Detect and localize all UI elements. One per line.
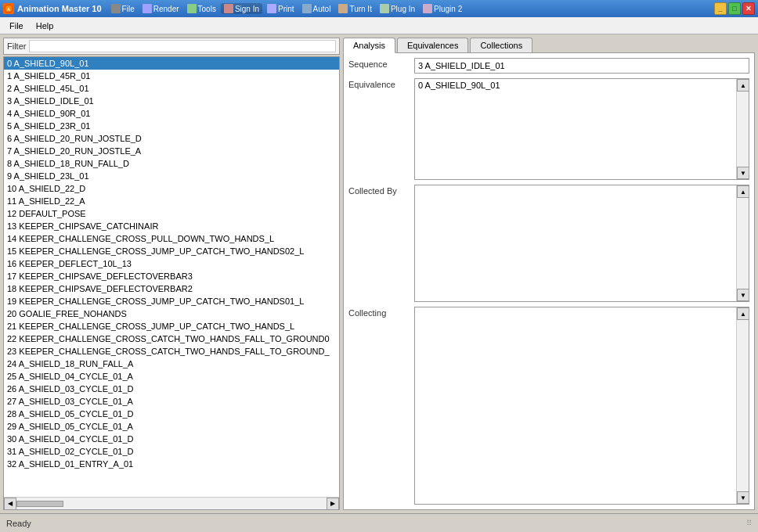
list-item[interactable]: 24 A_SHIELD_18_RUN_FALL_A <box>4 358 339 370</box>
collecting-list[interactable]: ▲ ▼ <box>414 307 749 505</box>
scroll-right-btn[interactable]: ▶ <box>327 498 339 510</box>
list-item[interactable]: 19 KEEPER_CHALLENGE_CROSS_JUMP_UP_CATCH_… <box>4 295 339 307</box>
collected-by-label: Collected By <box>348 185 411 302</box>
scroll-up-btn[interactable]: ▲ <box>737 79 749 92</box>
sequence-label: Sequence <box>348 58 411 69</box>
tab-collections[interactable]: Collections <box>470 38 532 52</box>
scroll-down-btn-2[interactable]: ▼ <box>737 289 749 301</box>
svg-text:A: A <box>7 7 11 12</box>
list-item[interactable]: 0 A_SHIELD_90L_01 <box>4 57 339 70</box>
equivalence-section: Equivalence 0 A_SHIELD_90L_01 ▲ ▼ <box>348 78 749 180</box>
scroll-track <box>737 92 749 167</box>
scroll-up-btn-3[interactable]: ▲ <box>737 307 749 320</box>
list-item[interactable]: 28 A_SHIELD_05_CYCLE_01_D <box>4 408 339 420</box>
equivalence-list[interactable]: 0 A_SHIELD_90L_01 ▲ ▼ <box>414 78 749 180</box>
collected-by-scrollbar: ▲ ▼ <box>736 185 749 301</box>
app-icon: A <box>3 3 14 14</box>
left-panel: Filter 0 A_SHIELD_90L_011 A_SHIELD_45R_0… <box>3 38 340 510</box>
collecting-section: Collecting ▲ ▼ <box>348 307 749 505</box>
window-controls: _ □ ✕ <box>714 2 755 15</box>
list-item[interactable]: 14 KEEPER_CHALLENGE_CROSS_PULL_DOWN_TWO_… <box>4 232 339 245</box>
scroll-down-btn-3[interactable]: ▼ <box>737 491 749 504</box>
equivalence-label: Equivalence <box>348 78 411 180</box>
title-bar-menu: File Render Tools Sign In Print Autol Tu… <box>108 3 714 14</box>
list-item[interactable]: 6 A_SHIELD_20_RUN_JOSTLE_D <box>4 132 339 145</box>
list-item[interactable]: 20 GOALIE_FREE_NOHANDS <box>4 307 339 320</box>
main-container: Filter 0 A_SHIELD_90L_011 A_SHIELD_45R_0… <box>0 34 758 513</box>
scroll-up-btn-2[interactable]: ▲ <box>737 185 749 198</box>
equivalence-scrollbar: ▲ ▼ <box>736 79 749 179</box>
list-item[interactable]: 25 A_SHIELD_04_CYCLE_01_A <box>4 370 339 383</box>
list-item[interactable]: 26 A_SHIELD_03_CYCLE_01_D <box>4 383 339 395</box>
list-item[interactable]: 1 A_SHIELD_45R_01 <box>4 70 339 82</box>
list-item[interactable]: 23 KEEPER_CHALLENGE_CROSS_CATCH_TWO_HAND… <box>4 345 339 358</box>
menu-bar: File Help <box>0 17 758 34</box>
filter-input[interactable] <box>29 40 336 52</box>
list-item[interactable]: 3 A_SHIELD_IDLE_01 <box>4 95 339 107</box>
collecting-scrollbar: ▲ ▼ <box>736 307 749 504</box>
menu-file[interactable]: File <box>3 20 30 32</box>
close-button[interactable]: ✕ <box>742 2 755 15</box>
list-item[interactable]: 7 A_SHIELD_20_RUN_JOSTLE_A <box>4 145 339 157</box>
minimize-button[interactable]: _ <box>714 2 727 15</box>
collected-by-value <box>415 185 749 189</box>
tb-menu-turn[interactable]: Turn It <box>335 3 375 14</box>
list-item[interactable]: 29 A_SHIELD_05_CYCLE_01_A <box>4 420 339 433</box>
list-item[interactable]: 27 A_SHIELD_03_CYCLE_01_A <box>4 395 339 408</box>
tb-menu-plugin2[interactable]: Plugin 2 <box>420 3 465 14</box>
app-title: Animation Master 10 <box>17 4 102 13</box>
tb-menu-print[interactable]: Print <box>264 3 298 14</box>
list-item[interactable]: 17 KEEPER_CHIPSAVE_DEFLECTOVERBAR3 <box>4 270 339 282</box>
tb-menu-tools[interactable]: Tools <box>184 3 219 14</box>
sequence-value: 3 A_SHIELD_IDLE_01 <box>414 58 749 74</box>
resize-handle[interactable]: ⠿ <box>746 519 752 527</box>
tabs-bar: Analysis Equivalences Collections <box>343 38 755 53</box>
sequence-row: Sequence 3 A_SHIELD_IDLE_01 <box>348 58 749 74</box>
equivalence-value: 0 A_SHIELD_90L_01 <box>415 79 749 92</box>
maximize-button[interactable]: □ <box>728 2 741 15</box>
status-text: Ready <box>6 519 31 528</box>
list-item[interactable]: 32 A_SHIELD_01_ENTRY_A_01 <box>4 458 339 470</box>
horizontal-scrollbar[interactable]: ◀ ▶ <box>4 497 339 509</box>
list-item[interactable]: 12 DEFAULT_POSE <box>4 207 339 220</box>
tb-menu-plugin[interactable]: Plug In <box>377 3 418 14</box>
tb-menu-auto[interactable]: Autol <box>299 3 334 14</box>
list-item[interactable]: 16 KEEPER_DEFLECT_10L_13 <box>4 257 339 270</box>
list-item[interactable]: 22 KEEPER_CHALLENGE_CROSS_CATCH_TWO_HAND… <box>4 332 339 345</box>
tab-analysis[interactable]: Analysis <box>343 38 395 53</box>
tb-menu-signin[interactable]: Sign In <box>221 3 262 14</box>
right-panel: Analysis Equivalences Collections Sequen… <box>343 38 755 510</box>
scroll-down-btn[interactable]: ▼ <box>737 167 749 179</box>
animation-list-scroll[interactable]: 0 A_SHIELD_90L_011 A_SHIELD_45R_012 A_SH… <box>4 57 339 497</box>
tb-menu-render[interactable]: Render <box>139 3 182 14</box>
animation-list: 0 A_SHIELD_90L_011 A_SHIELD_45R_012 A_SH… <box>3 56 340 510</box>
list-item[interactable]: 30 A_SHIELD_04_CYCLE_01_D <box>4 433 339 445</box>
filter-label: Filter <box>7 41 26 51</box>
collected-by-list[interactable]: ▲ ▼ <box>414 185 749 302</box>
list-item[interactable]: 10 A_SHIELD_22_D <box>4 182 339 195</box>
collected-by-section: Collected By ▲ ▼ <box>348 185 749 302</box>
list-item[interactable]: 31 A_SHIELD_02_CYCLE_01_D <box>4 445 339 458</box>
collecting-value <box>415 307 749 311</box>
list-item[interactable]: 9 A_SHIELD_23L_01 <box>4 170 339 182</box>
tab-equivalences[interactable]: Equivalences <box>397 38 468 52</box>
list-item[interactable]: 4 A_SHIELD_90R_01 <box>4 107 339 120</box>
scroll-track-3 <box>737 320 749 491</box>
list-item[interactable]: 8 A_SHIELD_18_RUN_FALL_D <box>4 157 339 170</box>
list-item[interactable]: 5 A_SHIELD_23R_01 <box>4 120 339 132</box>
title-bar: A Animation Master 10 File Render Tools … <box>0 0 758 17</box>
tab-content-analysis: Sequence 3 A_SHIELD_IDLE_01 Equivalence … <box>343 53 755 510</box>
list-item[interactable]: 11 A_SHIELD_22_A <box>4 195 339 207</box>
status-bar: Ready ⠿ <box>0 513 758 532</box>
list-item[interactable]: 15 KEEPER_CHALLENGE_CROSS_JUMP_UP_CATCH_… <box>4 245 339 257</box>
scroll-left-btn[interactable]: ◀ <box>4 498 16 510</box>
menu-help[interactable]: Help <box>30 20 60 32</box>
scroll-track-2 <box>737 198 749 289</box>
list-item[interactable]: 13 KEEPER_CHIPSAVE_CATCHINAIR <box>4 220 339 232</box>
tb-menu-file[interactable]: File <box>108 3 138 14</box>
list-item[interactable]: 2 A_SHIELD_45L_01 <box>4 82 339 95</box>
list-item[interactable]: 18 KEEPER_CHIPSAVE_DEFLECTOVERBAR2 <box>4 282 339 295</box>
filter-bar: Filter <box>3 38 340 55</box>
list-item[interactable]: 21 KEEPER_CHALLENGE_CROSS_JUMP_UP_CATCH_… <box>4 320 339 332</box>
collecting-label: Collecting <box>348 307 411 505</box>
